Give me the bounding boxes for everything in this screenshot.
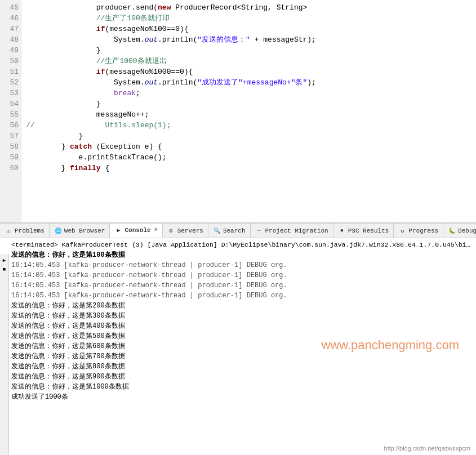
code-line-52: System.out.println("成功发送了"+messageNo+"条"…	[26, 77, 471, 88]
console-line-7: 发送的信息：你好，这是第400条数据	[11, 321, 474, 331]
problems-icon: ⚠	[5, 227, 12, 235]
tab-p3cresults[interactable]: ●P3C Results	[333, 224, 394, 238]
console-line-5: 发送的信息：你好，这是第200条数据	[11, 301, 474, 311]
line-num-50: 50	[3, 56, 19, 66]
console-line-1: 16:14:05.453 [kafka-producer-network-thr…	[11, 260, 474, 270]
terminated-line: <terminated> KafkaProducerTest (3) [Java…	[11, 239, 474, 250]
tab-servers[interactable]: ⚙Servers	[163, 224, 208, 238]
tab-problems[interactable]: ⚠Problems	[0, 224, 50, 238]
console-line-2: 16:14:05.453 [kafka-producer-network-thr…	[11, 270, 474, 280]
debug-label: Debug	[458, 227, 476, 234]
code-line-48: System.out.println("发送的信息：" + messageStr…	[26, 34, 471, 45]
code-line-57: }	[26, 131, 471, 141]
code-line-59: e.printStackTrace();	[26, 152, 471, 163]
code-line-45: producer.send(new ProducerRecord<String,…	[26, 2, 471, 13]
code-line-50: //生产1000条就退出	[26, 56, 471, 66]
tab-debug[interactable]: 🐛Debug	[443, 224, 476, 238]
code-line-58: } catch (Exception e) {	[26, 141, 471, 152]
console-line-6: 发送的信息：你好，这是第300条数据	[11, 311, 474, 321]
panel-left-buttons: ▶ ■	[0, 254, 9, 455]
code-line-46: //生产了100条就打印	[26, 13, 471, 24]
tab-bar: ⚠Problems🌐Web Browser▶Console×⚙Servers🔍S…	[0, 224, 476, 238]
line-num-46: 46	[3, 13, 19, 24]
console-line-14: 成功发送了1000条	[11, 392, 474, 402]
webbrowser-icon: 🌐	[54, 227, 62, 235]
problems-label: Problems	[15, 227, 45, 234]
code-line-56: // Utils.sleep(1);	[26, 120, 471, 131]
line-num-58: 58	[3, 141, 19, 152]
line-num-45: 45	[3, 2, 19, 13]
console-line-11: 发送的信息：你好，这是第800条数据	[11, 362, 474, 372]
tab-progress[interactable]: ↻Progress	[394, 224, 443, 238]
console-line-12: 发送的信息：你好，这是第900条数据	[11, 372, 474, 382]
code-line-55: messageNo++;	[26, 109, 471, 120]
panel-btn-2[interactable]: ■	[1, 266, 8, 274]
code-line-51: if(messageNo%1000==0){	[26, 66, 471, 77]
line-num-52: 52	[3, 77, 19, 88]
console-line-9: 发送的信息：你好，这是第600条数据	[11, 341, 474, 351]
p3cresults-icon: ●	[338, 227, 346, 235]
code-line-53: break;	[26, 88, 471, 99]
console-line-13: 发送的信息：你好，这是第1000条数据	[11, 382, 474, 392]
servers-icon: ⚙	[167, 227, 175, 235]
tab-projectmigration[interactable]: →Project Migration	[251, 224, 333, 238]
debug-icon: 🐛	[448, 227, 456, 235]
console-icon: ▶	[114, 226, 122, 234]
line-numbers: 45464748495051525354555657585960	[0, 0, 21, 222]
code-line-47: if(messageNo%100==0){	[26, 24, 471, 34]
projectmigration-label: Project Migration	[265, 227, 328, 234]
line-num-53: 53	[3, 88, 19, 99]
line-num-57: 57	[3, 131, 19, 141]
progress-label: Progress	[408, 227, 438, 234]
line-num-55: 55	[3, 109, 19, 120]
console-line-10: 发送的信息：你好，这是第700条数据	[11, 351, 474, 362]
line-num-59: 59	[3, 152, 19, 163]
tab-webbrowser[interactable]: 🌐Web Browser	[50, 224, 110, 238]
console-close[interactable]: ×	[154, 227, 158, 233]
code-line-54: }	[26, 99, 471, 109]
panel-btn-1[interactable]: ▶	[1, 256, 8, 264]
p3cresults-label: P3C Results	[348, 227, 389, 234]
console-line-0: 发送的信息：你好，这是第100条数据	[11, 250, 474, 260]
servers-label: Servers	[177, 227, 203, 234]
bottom-panel: ⚠Problems🌐Web Browser▶Console×⚙Servers🔍S…	[0, 222, 476, 455]
line-num-56: 56	[3, 120, 19, 131]
line-num-47: 47	[3, 24, 19, 34]
console-line-4: 16:14:05.453 [kafka-producer-network-thr…	[11, 291, 474, 301]
line-num-48: 48	[3, 34, 19, 45]
line-num-54: 54	[3, 99, 19, 109]
line-num-60: 60	[3, 163, 19, 173]
projectmigration-icon: →	[255, 227, 263, 235]
code-line-49: }	[26, 45, 471, 56]
tab-console[interactable]: ▶Console×	[110, 224, 162, 238]
search-label: Search	[223, 227, 246, 234]
console-line-8: 发送的信息：你好，这是第500条数据	[11, 331, 474, 341]
code-editor: 45464748495051525354555657585960 produce…	[0, 0, 476, 222]
console-label: Console	[124, 227, 150, 234]
line-num-51: 51	[3, 66, 19, 77]
progress-icon: ↻	[398, 227, 406, 235]
code-line-60: } finally {	[26, 163, 471, 173]
console-line-3: 16:14:05.453 [kafka-producer-network-thr…	[11, 280, 474, 291]
search-icon: 🔍	[213, 227, 221, 235]
tab-search[interactable]: 🔍Search	[208, 224, 251, 238]
code-content[interactable]: producer.send(new ProducerRecord<String,…	[21, 0, 476, 222]
url-bottom: http://blog.csdn.net/qazwsxpcm	[384, 445, 470, 452]
console-area: <terminated> KafkaProducerTest (3) [Java…	[9, 238, 476, 455]
line-num-49: 49	[3, 45, 19, 56]
webbrowser-label: Web Browser	[64, 227, 105, 234]
